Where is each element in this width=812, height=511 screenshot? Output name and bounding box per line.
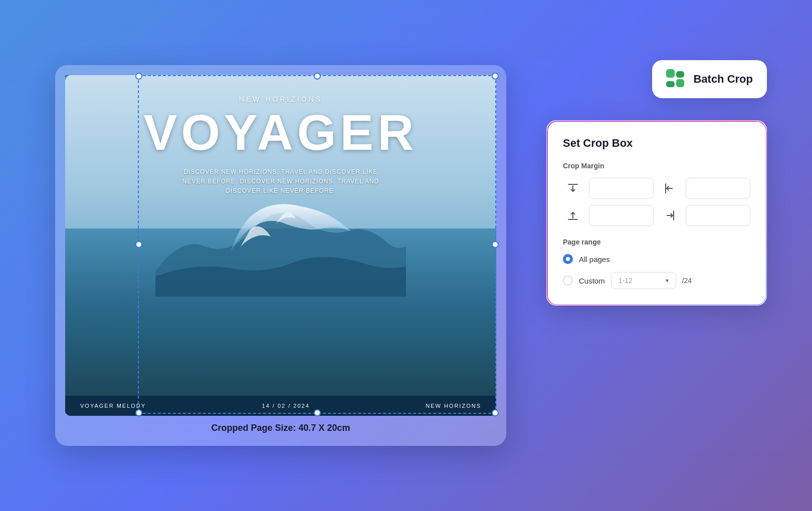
pdf-footer-right: NEW HORIZONS <box>426 403 481 409</box>
margin-left-icon <box>660 182 680 194</box>
main-container: NEW HORIZIONS VOYAGER DISCOVER NEW HORIZ… <box>55 40 757 471</box>
page-range-label: Page range <box>563 238 750 246</box>
grid-cell-2 <box>676 71 685 78</box>
grid-cell-1 <box>666 69 675 78</box>
pdf-inner-content: NEW HORIZIONS VOYAGER DISCOVER NEW HORIZ… <box>65 75 496 416</box>
cropped-page-size: Cropped Page Size: 40.7 X 20cm <box>65 423 496 433</box>
panel-title: Set Crop Box <box>563 137 750 150</box>
margin-top-field[interactable]: 2.4(cm) <box>589 184 654 192</box>
all-pages-row[interactable]: All pages <box>563 254 750 264</box>
all-pages-label: All pages <box>579 255 610 264</box>
pdf-text-overlay: NEW HORIZIONS VOYAGER DISCOVER NEW HORIZ… <box>65 75 496 416</box>
pdf-footer: VOYAGER MELODY 14 / 02 / 2024 NEW HORIZO… <box>65 396 496 416</box>
pdf-footer-center: 14 / 02 / 2024 <box>262 403 310 409</box>
custom-range-placeholder: 1-12 <box>619 277 633 285</box>
margin-right-field[interactable]: 2.6(cm) <box>686 211 750 219</box>
total-pages: /24 <box>682 277 692 285</box>
crop-margin-grid: 2.4(cm) ▲ ▼ 2.6(cm) ▲ ▼ <box>563 178 750 226</box>
all-pages-radio[interactable] <box>563 254 573 264</box>
custom-label: Custom <box>579 277 605 285</box>
batch-crop-icon-grid <box>666 69 684 87</box>
batch-crop-button[interactable]: Batch Crop <box>652 60 767 98</box>
margin-bottom-icon <box>563 209 583 221</box>
crop-margin-label: Crop Margin <box>563 162 750 170</box>
grid-cell-4 <box>676 79 685 88</box>
pdf-subtitle: NEW HORIZIONS <box>239 95 322 103</box>
chevron-down-icon: ▾ <box>666 277 669 284</box>
custom-row[interactable]: Custom 1-12 ▾ /24 <box>563 272 750 289</box>
pdf-footer-left: VOYAGER MELODY <box>80 403 146 409</box>
margin-right-input[interactable]: 2.6(cm) ▲ ▼ <box>686 205 750 226</box>
margin-top-input[interactable]: 2.4(cm) ▲ ▼ <box>589 178 654 199</box>
pdf-description: DISCOVER NEW HORIZIONS. TRAVEL AND DISCO… <box>180 167 381 196</box>
margin-bottom-input[interactable]: 3.1(cm) ▲ ▼ <box>589 205 654 226</box>
batch-crop-label: Batch Crop <box>693 73 753 86</box>
pdf-preview-card: NEW HORIZIONS VOYAGER DISCOVER NEW HORIZ… <box>55 65 506 446</box>
margin-bottom-field[interactable]: 3.1(cm) <box>589 211 654 219</box>
margin-right-icon <box>660 209 680 221</box>
page-range-section: Page range All pages Custom 1-12 ▾ /24 <box>563 238 750 289</box>
margin-top-icon <box>563 182 583 194</box>
grid-cell-3 <box>666 81 675 88</box>
margin-left-input[interactable]: 2.6(cm) ▲ ▼ <box>686 178 750 199</box>
pdf-title: VOYAGER <box>144 107 418 157</box>
custom-radio[interactable] <box>563 276 573 286</box>
radio-inner <box>566 257 570 261</box>
crop-panel: Set Crop Box Crop Margin 2.4(cm) ▲ ▼ <box>546 120 767 306</box>
batch-crop-icon <box>666 69 686 89</box>
custom-range-input[interactable]: 1-12 ▾ <box>611 272 676 289</box>
margin-left-field[interactable]: 2.6(cm) <box>686 184 750 192</box>
